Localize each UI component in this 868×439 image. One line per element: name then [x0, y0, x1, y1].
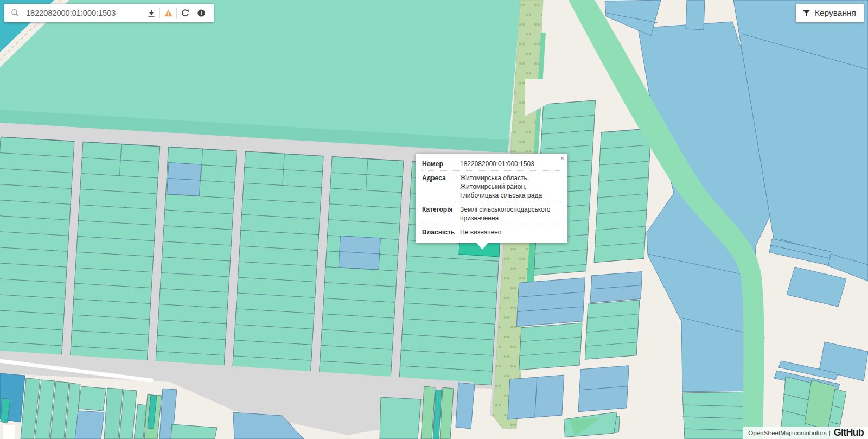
map-viewer: Керування × Номер 1822082000:01:000:1503…: [0, 0, 868, 439]
search-bar: [4, 4, 214, 22]
popup-row-number: Номер 1822082000:01:000:1503: [422, 157, 561, 170]
info-icon[interactable]: [193, 6, 209, 20]
popup-row-value: Землі сільськогосподарського призначення: [460, 205, 561, 222]
popup-row-value: Не визначено: [460, 228, 561, 237]
popup-row-label: Адреса: [422, 174, 456, 200]
attribution-bar: OpenStreetMap contributors | GitHub: [743, 427, 868, 439]
popup-row-category: Категорія Землі сільськогосподарського п…: [422, 202, 561, 225]
popup-tail: [476, 243, 488, 250]
attribution-separator: |: [829, 430, 831, 436]
refresh-icon[interactable]: [177, 6, 193, 20]
search-icon: [11, 9, 20, 17]
search-input[interactable]: [25, 8, 143, 18]
popup-row-ownership: Власність Не визначено: [422, 225, 561, 239]
popup-row-label: Категорія: [422, 205, 456, 222]
popup-row-address: Адреса Житомирська область, Житомирський…: [422, 170, 561, 202]
popup-row-value: 1822082000:01:000:1503: [460, 160, 561, 168]
github-logo[interactable]: GitHub: [834, 427, 864, 438]
download-icon[interactable]: [143, 6, 159, 20]
search-actions: [143, 6, 214, 20]
popup-row-value: Житомирська область, Житомирський район,…: [460, 174, 561, 200]
popup-row-label: Номер: [422, 160, 456, 168]
parcel-popup: × Номер 1822082000:01:000:1503 Адреса Жи…: [416, 154, 567, 243]
filter-funnel-icon: [802, 9, 810, 17]
popup-close-icon[interactable]: ×: [560, 155, 564, 162]
manage-button[interactable]: Керування: [796, 4, 864, 22]
popup-row-label: Власність: [422, 228, 456, 237]
manage-button-label: Керування: [815, 8, 856, 18]
osm-attribution-link[interactable]: OpenStreetMap contributors: [748, 430, 826, 436]
warning-triangle-icon[interactable]: [160, 6, 176, 20]
